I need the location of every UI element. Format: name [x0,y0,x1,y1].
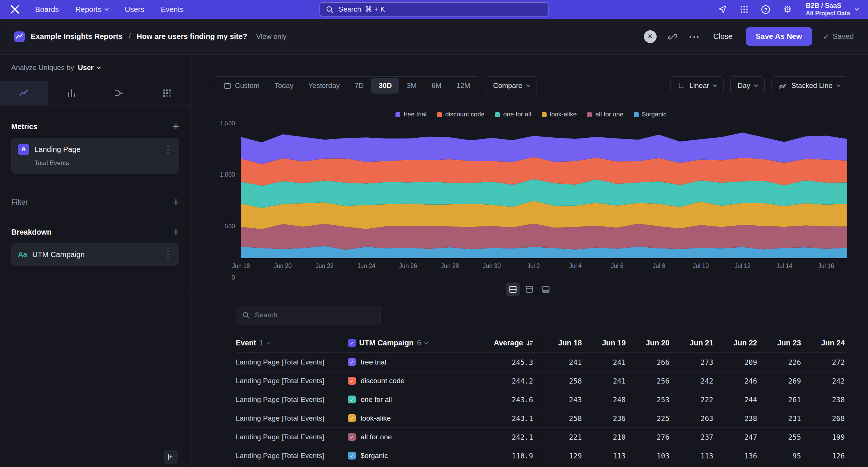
settings-gear-icon[interactable]: ⚙ [782,4,793,15]
table-row[interactable]: Landing Page [Total Events]✓discount cod… [236,372,847,390]
bar-chart-icon [67,88,76,98]
table-cell-average: 243.6 [474,390,540,409]
range-7d-button[interactable]: 7D [347,78,371,94]
column-header-day[interactable]: Jun 20 [628,333,672,352]
x-tick-label: Jun 28 [441,263,459,269]
chevron-down-icon [526,83,530,87]
range-12m-button[interactable]: 12M [449,78,478,94]
view-chart-only-button[interactable] [523,283,536,296]
mixpanel-logo[interactable] [10,4,20,15]
range-today-button[interactable]: Today [267,78,301,94]
column-header-day[interactable]: Jun 21 [672,333,715,352]
row-checkbox[interactable]: ✓ [348,377,356,385]
metric-name: Landing Page [34,145,158,154]
table-search-input[interactable] [254,311,375,320]
kebab-menu-icon[interactable]: ⋮ [163,144,172,155]
nav-events[interactable]: Events [161,5,184,14]
legend-item[interactable]: free trial [395,111,427,118]
column-header-utm-campaign[interactable]: ✓ UTM Campaign 6 [348,333,474,352]
compare-button[interactable]: Compare [486,76,537,95]
table-body: Landing Page [Total Events]✓free trial24… [236,353,847,465]
table-cell-value: 276 [628,433,672,441]
global-search-input[interactable] [338,5,542,14]
nav-reports[interactable]: Reports [75,5,108,14]
range-yesterday-button[interactable]: Yesterday [301,78,347,94]
kebab-menu-icon[interactable]: ⋮ [163,249,172,260]
table-row[interactable]: Landing Page [Total Events]✓look-alike24… [236,409,847,428]
tab-insights[interactable] [0,81,48,105]
plot-area[interactable]: Jun 18Jun 20Jun 22Jun 24Jun 26Jun 28Jun … [241,123,847,278]
string-property-icon: Aa [18,250,27,259]
dismiss-circle-icon[interactable]: ✕ [644,30,657,43]
granularity-button[interactable]: Day [730,76,765,95]
select-all-checkbox[interactable]: ✓ [348,339,356,347]
column-header-average[interactable]: Average [474,333,540,352]
help-icon[interactable]: ? [760,4,771,15]
row-checkbox[interactable]: ✓ [348,358,356,366]
table-row[interactable]: Landing Page [Total Events]✓all for one2… [236,428,847,446]
row-checkbox[interactable]: ✓ [348,396,356,403]
table-row[interactable]: Landing Page [Total Events]✓$organic110.… [236,446,847,465]
nav-boards[interactable]: Boards [35,5,59,14]
range-6m-button[interactable]: 6M [424,78,449,94]
range-custom-button[interactable]: Custom [216,78,267,94]
legend-item[interactable]: $organic [634,111,666,118]
row-checkbox[interactable]: ✓ [348,414,356,422]
column-header-day[interactable]: Jun 22 [716,333,760,352]
tab-retention[interactable] [143,81,191,105]
project-selector[interactable]: B2B / SaaS All Project Data [806,2,858,17]
x-tick-label: Jul 16 [818,263,834,269]
table-cell-event: Landing Page [Total Events] [236,396,348,404]
legend-item[interactable]: one for all [495,111,531,118]
x-axis: Jun 18Jun 20Jun 22Jun 24Jun 26Jun 28Jun … [241,263,847,278]
table-row[interactable]: Landing Page [Total Events]✓free trial24… [236,353,847,372]
row-checkbox[interactable]: ✓ [348,433,356,441]
breadcrumb-collection[interactable]: Example Insights Reports [31,32,123,41]
range-30d-button[interactable]: 30D [371,78,399,94]
column-header-event[interactable]: Event 1 [236,333,348,352]
top-nav-right: ? ⚙ B2B / SaaS All Project Data [548,2,858,17]
table-cell-value: 222 [672,396,715,404]
table-search[interactable] [236,306,381,324]
table-cell-campaign: ✓look-alike [348,414,474,422]
legend-item[interactable]: look-alike [542,111,577,118]
metric-card[interactable]: A Landing Page ⋮ Total Events [11,138,179,174]
legend-swatch [634,112,639,117]
view-table-only-button[interactable] [539,283,553,296]
analyze-entity-selector[interactable]: User [78,64,100,72]
add-metric-button[interactable]: + [172,122,179,131]
add-filter-button[interactable]: + [172,198,179,207]
report-icon [14,31,25,42]
value-scale-button[interactable]: Linear [670,76,724,95]
stacked-line-icon [779,82,787,89]
collapse-sidebar-button[interactable] [163,450,178,464]
chart-type-button[interactable]: Stacked Line [771,76,847,95]
column-header-day[interactable]: Jun 24 [803,333,847,352]
search-icon [242,311,250,319]
nav-users[interactable]: Users [125,5,144,14]
global-search[interactable] [320,2,548,16]
collapse-left-icon [167,453,174,461]
column-header-day[interactable]: Jun 19 [584,333,628,352]
copy-link-icon[interactable] [668,32,678,42]
metric-aggregation[interactable]: Total Events [34,159,172,167]
send-icon[interactable] [717,4,728,15]
legend-item[interactable]: discount code [437,111,485,118]
row-checkbox[interactable]: ✓ [348,452,356,460]
breakdown-card[interactable]: Aa UTM Campaign ⋮ [11,243,179,266]
report-title[interactable]: How are users finding my site? [137,32,247,41]
add-breakdown-button[interactable]: + [172,228,179,236]
close-button[interactable]: Close [711,32,735,41]
column-header-day[interactable]: Jun 18 [540,333,584,352]
table-row[interactable]: Landing Page [Total Events]✓one for all2… [236,390,847,409]
range-3m-button[interactable]: 3M [399,78,424,94]
breakdown-section-header: Breakdown + [11,228,179,236]
tab-funnels[interactable] [48,81,96,105]
legend-item[interactable]: all for one [587,111,623,118]
column-header-day[interactable]: Jun 23 [760,333,803,352]
apps-grid-icon[interactable] [739,4,750,15]
top-nav: Boards Reports Users Events ? ⚙ B2B [0,0,868,19]
save-as-new-button[interactable]: Save As New [746,27,812,46]
tab-flows[interactable] [95,81,143,105]
view-chart-and-table-button[interactable] [506,283,520,296]
